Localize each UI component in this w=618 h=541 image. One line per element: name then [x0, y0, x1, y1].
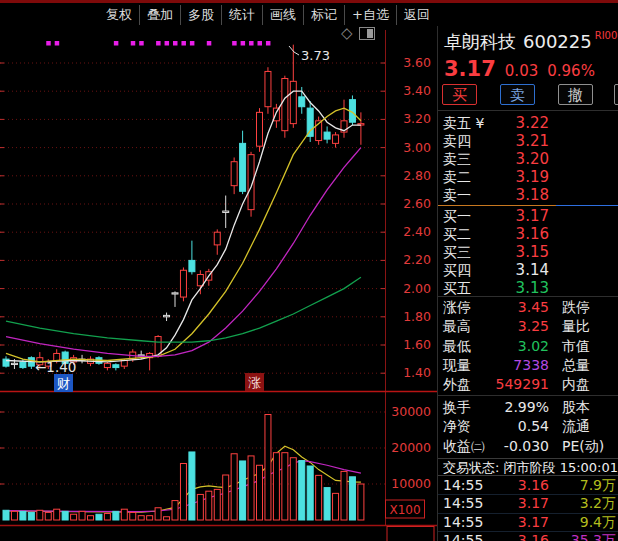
toolbar-item[interactable]: +自选 — [344, 5, 396, 25]
price-axis-label: 1.40 — [403, 365, 431, 380]
stat-label-2: PE(动) — [562, 437, 604, 456]
price-axis-label: 3.20 — [403, 111, 431, 126]
base-annotation: ←1.40 — [35, 359, 76, 375]
volume-bars[interactable] — [3, 415, 364, 520]
ask-price: 3.19 — [438, 168, 549, 186]
app-window: 复权叠加多股统计画线标记+自选返回 ◇ 3.603.403.203.002.80… — [0, 0, 618, 541]
ask-row[interactable]: 卖五 ¥3.22 — [438, 114, 618, 132]
stat-label-2: 量比 — [562, 317, 590, 336]
stat-label-2: 股本 — [562, 398, 590, 417]
price-axis-label: 1.80 — [403, 309, 431, 324]
ask-price: 3.21 — [438, 132, 549, 150]
tick-volume: 35.3万 — [571, 532, 616, 541]
stat-row: 最高3.25量比 — [438, 317, 618, 336]
quote-panel: 卓朗科技600225RI000 3.170.030.96% 买卖撤 卖五 ¥3.… — [437, 26, 618, 541]
toolbar-item[interactable]: 叠加 — [139, 5, 180, 25]
stock-name: 卓朗科技 — [444, 31, 516, 52]
panel-layout-icon[interactable] — [359, 27, 375, 40]
tick-row: 14:553.167.9万 — [438, 477, 618, 495]
bid-price: 3.15 — [438, 243, 549, 261]
stat-row: 外盘549291内盘 — [438, 375, 618, 394]
toolbar-item[interactable]: 标记 — [303, 5, 344, 25]
stat-value: 2.99% — [438, 398, 549, 417]
stat-value: 3.25 — [438, 317, 549, 336]
divider — [438, 395, 618, 396]
price-axis-label: 3.00 — [403, 140, 431, 155]
ma-yellow — [6, 108, 361, 362]
bid-price: 3.17 — [438, 207, 549, 225]
buy-button[interactable]: 买 — [442, 84, 477, 105]
divider — [438, 296, 618, 297]
svg-text:X100: X100 — [389, 503, 420, 517]
date-axis-frame — [387, 527, 434, 541]
partial-button[interactable] — [614, 84, 618, 105]
bid-row[interactable]: 买四3.14 — [438, 261, 618, 279]
tick-volume: 3.2万 — [580, 495, 616, 512]
chart-area[interactable]: ◇ 3.603.403.203.002.802.602.402.202.001.… — [0, 26, 437, 541]
price-axis-label: 2.00 — [403, 281, 431, 296]
stock-code: 600225 — [523, 31, 592, 52]
peak-annotation: 3.73 — [301, 48, 330, 63]
stat-value: 549291 — [438, 375, 549, 394]
peak-pointer-line — [289, 46, 299, 55]
tick-row: 14:553.173.2万 — [438, 495, 618, 513]
tick-row: 14:553.179.4万 — [438, 514, 618, 532]
ask-row[interactable]: 卖一3.18 — [438, 186, 618, 204]
price-axis-label: 1.60 — [403, 337, 431, 352]
price-change-pct: 0.96% — [547, 62, 595, 80]
stat-value: 3.02 — [438, 337, 549, 356]
bid-row[interactable]: 买一3.17 — [438, 207, 618, 225]
ma-magenta — [6, 148, 361, 357]
tick-volume: 9.4万 — [580, 514, 616, 531]
stat-label-2: 市值 — [562, 337, 590, 356]
price-axis-label: 2.80 — [403, 168, 431, 183]
bid-levels: 买一3.17买二3.16买三3.15买四3.14买五3.13 — [438, 207, 618, 297]
price-gridlines: 3.603.403.203.002.802.602.402.202.001.80… — [0, 55, 431, 491]
ask-row[interactable]: 卖二3.19 — [438, 168, 618, 186]
cancel-button[interactable]: 撤 — [558, 84, 593, 105]
stock-chart[interactable]: 3.603.403.203.002.802.602.402.202.001.80… — [0, 26, 437, 541]
stock-title: 卓朗科技600225RI000 — [444, 30, 618, 54]
toolbar-item[interactable]: 画线 — [262, 5, 303, 25]
svg-text:财: 财 — [57, 376, 70, 391]
price-axis-label: 3.60 — [403, 55, 431, 70]
stat-row: 换手2.99%股本 — [438, 398, 618, 417]
stat-label-2: 跌停 — [562, 298, 590, 317]
tick-price: 3.17 — [438, 514, 549, 531]
session-status: 交易状态: 闭市阶段 15:00:01 — [438, 458, 618, 476]
volume-axis-label: 10000 — [391, 476, 431, 491]
limit-up-badge[interactable]: 涨 — [245, 373, 264, 391]
news-badge[interactable]: 财 — [54, 374, 73, 392]
margin-tag: RI000 — [595, 30, 618, 41]
divider — [438, 110, 618, 111]
bid-row[interactable]: 买二3.16 — [438, 225, 618, 243]
ask-row[interactable]: 卖四3.21 — [438, 132, 618, 150]
ask-price: 3.22 — [438, 114, 549, 132]
stat-label-2: 流通 — [562, 417, 590, 436]
volume-axis-label: 20000 — [391, 440, 431, 455]
tick-row: 14:553.1635.3万 — [438, 532, 618, 541]
price-axis-label: 3.40 — [403, 83, 431, 98]
stat-row: 收益㈡-0.030PE(动) — [438, 437, 618, 456]
sell-button[interactable]: 卖 — [500, 84, 535, 105]
tick-price: 3.17 — [438, 495, 549, 512]
last-price: 3.17 — [444, 57, 496, 81]
volume-unit-box: X100 — [386, 500, 425, 518]
ask-row[interactable]: 卖三3.20 — [438, 150, 618, 168]
toolbar-item[interactable]: 统计 — [221, 5, 262, 25]
toolbar-item[interactable]: 复权 — [99, 5, 139, 25]
ask-levels: 卖五 ¥3.22卖四3.21卖三3.20卖二3.19卖一3.18 — [438, 114, 618, 204]
stats-block-bottom: 换手2.99%股本净资0.54流通收益㈡-0.030PE(动) — [438, 398, 618, 456]
stat-value: 0.54 — [438, 417, 549, 436]
trade-buttons: 买卖撤 — [438, 84, 618, 107]
chart-toolbar: 复权叠加多股统计画线标记+自选返回 — [0, 3, 437, 26]
toolbar-item[interactable]: 多股 — [180, 5, 221, 25]
diamond-marker-icon[interactable]: ◇ — [341, 26, 353, 41]
price-row: 3.170.030.96% — [444, 57, 595, 81]
candlesticks[interactable] — [3, 45, 364, 371]
stat-row: 现量7338总量 — [438, 356, 618, 375]
toolbar-item[interactable]: 返回 — [396, 5, 437, 25]
tick-price: 3.16 — [438, 532, 549, 541]
bid-row[interactable]: 买五3.13 — [438, 279, 618, 297]
bid-row[interactable]: 买三3.15 — [438, 243, 618, 261]
